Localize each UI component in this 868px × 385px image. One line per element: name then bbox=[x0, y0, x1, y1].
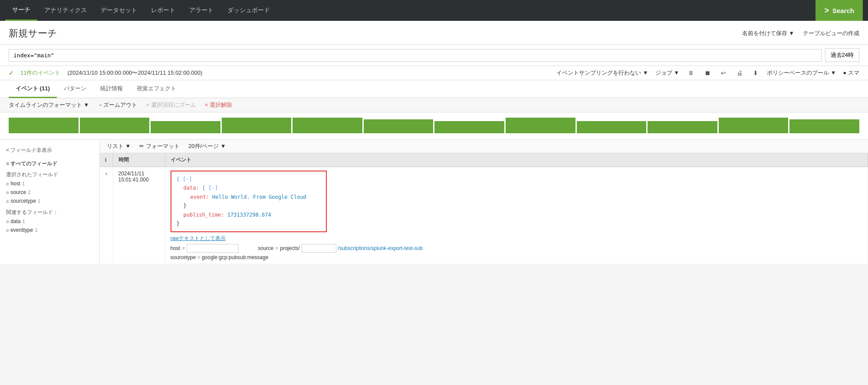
header-actions: 名前を付けて保存 ▼ テーブルビューの作成 bbox=[742, 30, 859, 37]
timeline-bar[interactable] bbox=[9, 118, 79, 133]
format-button[interactable]: ✏ フォーマット bbox=[139, 142, 180, 150]
host-label: host bbox=[171, 245, 181, 251]
source-value-input[interactable] bbox=[302, 244, 336, 253]
sampling-button[interactable]: イベントサンプリングを行わない ▼ bbox=[556, 69, 648, 77]
results-toolbar: リスト ▼ ✏ フォーマット 20件/ページ ▼ bbox=[100, 140, 868, 153]
search-input[interactable] bbox=[9, 49, 822, 62]
timeline-bar[interactable] bbox=[577, 121, 647, 133]
timeline-bar[interactable] bbox=[151, 121, 220, 133]
sourcetype-eq: = bbox=[197, 254, 201, 260]
tab-statistics[interactable]: 統計情報 bbox=[93, 80, 130, 98]
timeline-bar[interactable] bbox=[80, 118, 150, 133]
tab-patterns[interactable]: パターン bbox=[57, 80, 93, 98]
checkmark-icon: ✓ bbox=[9, 70, 13, 76]
refresh-button[interactable]: ↩ bbox=[719, 69, 728, 77]
nav-search[interactable]: サーチ bbox=[5, 0, 37, 21]
print-button[interactable]: 🖨 bbox=[735, 69, 744, 77]
sidebar-toggle-button[interactable]: < フィールド非表示 bbox=[0, 144, 99, 157]
top-nav: サーチ アナリティクス データセット レポート アラート ダッシュボード > S… bbox=[0, 0, 868, 21]
nav-alert[interactable]: アラート bbox=[182, 0, 220, 21]
sidebar-field-sourcetype[interactable]: a sourcetype 1 bbox=[0, 197, 99, 205]
stop-button[interactable]: ⏹ bbox=[703, 69, 712, 77]
deselect-button[interactable]: × 選択解除 bbox=[205, 101, 232, 109]
event-bracket-open: { [-] bbox=[177, 176, 192, 182]
field-count: 1 bbox=[38, 198, 40, 204]
selected-fields-label: 選択されたフィールド bbox=[0, 169, 99, 179]
sidebar: < フィールド非表示 ≡ すべてのフィールド 選択されたフィールド a host… bbox=[0, 140, 100, 264]
table-row: › 2024/11/11 15:01:41.000 { [-] data: { … bbox=[100, 167, 868, 264]
per-page-button[interactable]: 20件/ページ ▼ bbox=[188, 142, 226, 150]
timeline-bar[interactable] bbox=[648, 121, 717, 133]
zoom-out-button[interactable]: －ズームアウト bbox=[98, 101, 137, 109]
field-name: source bbox=[10, 189, 26, 195]
all-fields-button[interactable]: ≡ すべてのフィールド bbox=[0, 157, 99, 169]
event-publish-time: publish_time: 1731337298.674 bbox=[177, 211, 321, 219]
event-box: { [-] data: { [-] event: Hello World. Fr… bbox=[171, 171, 327, 232]
field-name: data bbox=[10, 218, 20, 224]
field-name: eventtype bbox=[10, 227, 33, 233]
field-type-icon: a bbox=[6, 181, 9, 186]
timeline-toolbar: タイムラインのフォーマット ▼ －ズームアウト + 選択項目にズーム × 選択解… bbox=[0, 98, 868, 112]
sidebar-field-data[interactable]: a data 1 bbox=[0, 217, 99, 226]
sidebar-field-source[interactable]: a source 2 bbox=[0, 188, 99, 197]
nav-dashboard[interactable]: ダッシュボード bbox=[220, 0, 277, 21]
timeline-bar[interactable] bbox=[506, 118, 575, 133]
source-label: source bbox=[258, 245, 273, 251]
timeline-bar[interactable] bbox=[789, 119, 859, 133]
download-button[interactable]: ⬇ bbox=[751, 69, 760, 77]
event-event-line: event: Hello World. From Google Cloud bbox=[177, 193, 321, 201]
smart-button[interactable]: ● スマ bbox=[843, 69, 859, 77]
timeline-bar[interactable] bbox=[434, 121, 504, 133]
events-timerange: (2024/11/10 15:00:00.000〜2024/11/11 15:0… bbox=[67, 69, 202, 77]
field-name: host bbox=[10, 181, 20, 187]
timeline-bar[interactable] bbox=[293, 118, 362, 133]
col-header-time: 時間 bbox=[113, 153, 165, 167]
event-final-brace: } bbox=[177, 220, 180, 227]
source-prefix: projects/ bbox=[280, 245, 299, 251]
field-count: 2 bbox=[28, 190, 30, 195]
save-button[interactable]: 名前を付けて保存 ▼ bbox=[742, 30, 794, 37]
row-expand-arrow[interactable]: › bbox=[100, 167, 113, 264]
page-header: 新規サーチ 名前を付けて保存 ▼ テーブルビューの作成 bbox=[0, 21, 868, 45]
timeline-bar[interactable] bbox=[719, 118, 789, 133]
time-range-button[interactable]: 過去24時 bbox=[825, 48, 859, 62]
search-btn-label: Search bbox=[832, 7, 854, 14]
policy-button[interactable]: ポリシーベースのプール ▼ bbox=[767, 69, 836, 77]
host-field-row: host = source = projects/ /subscriptions… bbox=[171, 244, 863, 253]
nav-analytics[interactable]: アナリティクス bbox=[37, 0, 94, 21]
host-eq: = bbox=[182, 245, 185, 251]
results-area: リスト ▼ ✏ フォーマット 20件/ページ ▼ i 時間 イベント › 202… bbox=[100, 140, 868, 264]
host-value-input[interactable] bbox=[187, 244, 239, 253]
source-suffix: /subscriptions/splunk-export-test-sub bbox=[338, 245, 423, 251]
pause-button[interactable]: ⏸ bbox=[686, 69, 696, 77]
status-bar: ✓ 11件のイベント (2024/11/10 15:00:00.000〜2024… bbox=[0, 66, 868, 80]
page-title: 新規サーチ bbox=[9, 27, 57, 40]
tab-visualizations[interactable]: 視覚エフェクト bbox=[130, 80, 183, 98]
field-name: sourcetype bbox=[10, 198, 36, 204]
list-format-button[interactable]: リスト ▼ bbox=[107, 142, 131, 150]
timeline-bar[interactable] bbox=[222, 118, 292, 133]
nav-report[interactable]: レポート bbox=[144, 0, 182, 21]
event-cell: { [-] data: { [-] event: Hello World. Fr… bbox=[165, 167, 868, 264]
sourcetype-row: sourcetype = google:gcp:pubsub:message bbox=[171, 254, 863, 260]
search-button[interactable]: > Search bbox=[815, 0, 863, 21]
zoom-in-button[interactable]: + 選択項目にズーム bbox=[146, 101, 196, 109]
sidebar-field-host[interactable]: a host 1 bbox=[0, 179, 99, 188]
tab-events[interactable]: イベント (11) bbox=[9, 80, 57, 98]
timeline-format-button[interactable]: タイムラインのフォーマット ▼ bbox=[9, 101, 89, 109]
field-count: 1 bbox=[22, 219, 25, 224]
search-bar-row: 過去24時 bbox=[0, 45, 868, 66]
results-table: i 時間 イベント › 2024/11/11 15:01:41.000 { [-… bbox=[100, 153, 868, 264]
nav-dataset[interactable]: データセット bbox=[94, 0, 144, 21]
event-time: 2024/11/11 15:01:41.000 bbox=[113, 167, 165, 264]
col-header-i: i bbox=[100, 153, 113, 167]
source-eq: = bbox=[275, 245, 278, 251]
timeline-bar[interactable] bbox=[364, 119, 434, 133]
table-view-button[interactable]: テーブルビューの作成 bbox=[803, 30, 859, 37]
sidebar-field-eventtype[interactable]: a eventtype 1 bbox=[0, 226, 99, 234]
field-count: 1 bbox=[22, 181, 25, 186]
jobs-button[interactable]: ジョブ ▼ bbox=[655, 69, 679, 77]
raw-text-link[interactable]: rawテキストとして表示 bbox=[171, 235, 226, 241]
timeline-bars bbox=[9, 116, 859, 133]
sourcetype-value: google:gcp:pubsub:message bbox=[202, 254, 268, 260]
